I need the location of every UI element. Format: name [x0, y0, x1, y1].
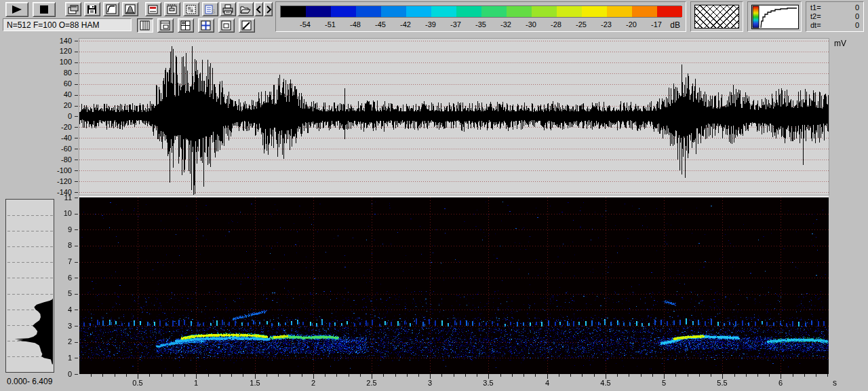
tick-mark [196, 374, 197, 379]
colorbar-tick-label: -39 [421, 20, 440, 29]
hatch-pattern-icon [694, 5, 739, 29]
layout-edit-button[interactable] [239, 18, 255, 33]
tick-mark [75, 41, 78, 41]
tick-mark [115, 374, 115, 377]
main-window-button[interactable] [145, 2, 161, 16]
tick-mark [102, 374, 103, 377]
tick-mark [641, 374, 642, 377]
colorbar-tick-label: -37 [446, 20, 465, 29]
tick-mark [746, 374, 747, 377]
oscillogram-y-axis: 140120100806040200-20-40-60-80-100-120-1… [0, 39, 79, 196]
main-window-icon [147, 4, 159, 15]
oscillogram-y-tick-label: -60 [42, 145, 72, 153]
window-function-button[interactable] [122, 2, 138, 16]
colorbar[interactable] [280, 5, 682, 18]
bitmap-copy-button[interactable] [183, 2, 199, 16]
spectrogram-display[interactable] [79, 198, 829, 374]
tick-mark [75, 116, 78, 117]
tick-mark [75, 358, 78, 358]
time-readout-value: 0 [855, 21, 859, 30]
hatch-pattern-box[interactable] [690, 1, 743, 32]
spectrum-settings-button[interactable]: s [202, 2, 218, 16]
stop-icon [37, 5, 52, 14]
copy-display-button[interactable] [65, 2, 81, 16]
save-button[interactable] [84, 2, 100, 16]
analysis-params-text: N=512 F=100 O=88 HAM [7, 20, 99, 30]
layout-inner-window-button[interactable] [218, 18, 235, 33]
colorbar-segment [306, 6, 331, 17]
colorbar-tick-label: -25 [572, 20, 591, 29]
transfer-curve-button[interactable] [103, 2, 119, 16]
svg-text:s: s [212, 7, 216, 15]
tick-mark [488, 374, 489, 379]
layout-top-panel-button[interactable] [157, 18, 174, 33]
copy-display-icon [67, 4, 79, 15]
time-readout-row: t2= 0 [806, 12, 863, 21]
chevron-right-icon [265, 5, 272, 14]
oscillogram-y-tick-label: 20 [42, 102, 72, 109]
tick-mark [336, 374, 337, 377]
time-axis-tick-label: 6 [770, 379, 791, 387]
open-folder-icon [239, 4, 252, 15]
tick-mark [699, 374, 700, 377]
oscillogram-y-tick-label: -80 [42, 156, 72, 164]
tick-mark [524, 374, 524, 377]
scroll-left-button[interactable] [254, 2, 263, 16]
tick-mark [675, 374, 676, 377]
tick-mark [430, 374, 431, 379]
play-icon [9, 5, 24, 14]
tick-mark [711, 374, 711, 377]
scroll-right-button[interactable] [264, 2, 273, 16]
tick-mark [594, 374, 595, 377]
tick-mark [722, 374, 723, 379]
time-readout-row: t1= 0 [806, 3, 863, 12]
open-file-button[interactable] [237, 2, 254, 16]
colorbar-tick-label: -17 [647, 20, 666, 29]
colorbar-segment [381, 6, 406, 17]
tick-mark [349, 374, 349, 377]
tick-mark [465, 374, 466, 377]
tick-mark [75, 198, 78, 198]
time-readout-value: 0 [855, 12, 859, 21]
colorbar-segment [632, 6, 657, 17]
tick-mark [407, 374, 408, 377]
colorbar-segment [281, 6, 306, 17]
print-button[interactable] [220, 2, 236, 16]
colorbar-segment [557, 6, 582, 17]
measure-window-button[interactable] [164, 2, 180, 16]
colorbar-segment [331, 6, 356, 17]
tick-mark [75, 229, 78, 230]
stop-button[interactable] [33, 2, 56, 17]
colorbar-tick-label: -30 [521, 20, 540, 29]
oscillogram-unit-label: mV [834, 39, 846, 48]
oscillogram-y-tick-label: -40 [42, 134, 72, 142]
tick-mark [290, 374, 290, 377]
layout-htop-icon [159, 20, 172, 31]
tick-mark [75, 149, 78, 149]
contrast-curve-box[interactable] [747, 1, 802, 32]
spectrogram-y-tick-label: 10 [42, 210, 72, 217]
tick-mark [75, 106, 78, 107]
play-button[interactable] [5, 2, 28, 17]
layout-quad-sync-button[interactable] [198, 18, 214, 33]
colorbar-segment [356, 6, 381, 17]
oscillogram-y-tick-label: -100 [42, 167, 72, 174]
tick-mark [220, 374, 220, 377]
oscillogram-display[interactable] [79, 39, 829, 195]
spectrogram-y-tick-label: 0 [42, 371, 72, 378]
tick-mark [734, 374, 735, 377]
layout-quad-button[interactable] [178, 18, 194, 33]
spectrogram-y-tick-label: 8 [42, 242, 72, 249]
layout-vertical-split-button[interactable] [137, 18, 153, 33]
oscillogram-y-tick-label: 80 [42, 69, 72, 77]
tick-mark [582, 374, 583, 377]
time-axis-tick-label: 4.5 [595, 379, 616, 387]
time-readout-panel: t1= 0t2= 0dt= 0 [806, 1, 864, 32]
chevron-left-icon [256, 5, 262, 14]
tick-mark [138, 374, 138, 379]
oscillogram-y-tick-label: 40 [42, 91, 72, 98]
tick-mark [75, 278, 78, 278]
tick-mark [75, 214, 78, 215]
colorbar-tick-label: -23 [597, 20, 616, 29]
tick-mark [75, 170, 78, 171]
